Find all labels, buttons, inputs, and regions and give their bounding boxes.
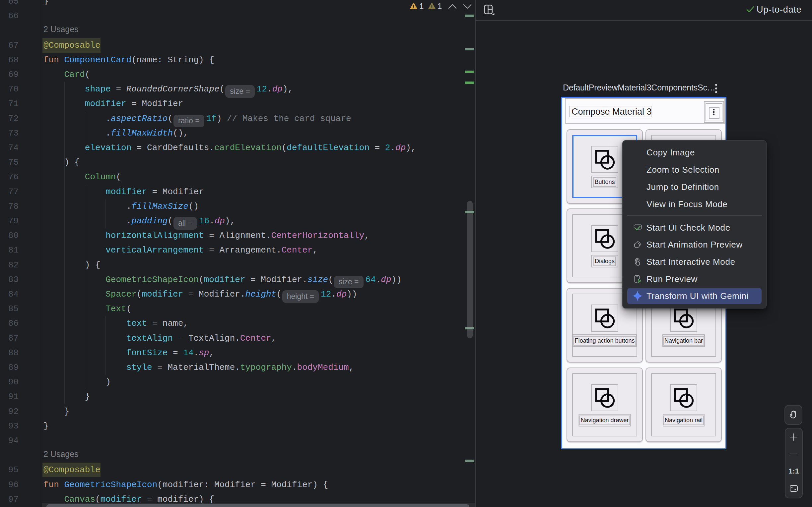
svg-text:1: 1 (438, 2, 442, 11)
svg-text:1: 1 (419, 2, 423, 11)
